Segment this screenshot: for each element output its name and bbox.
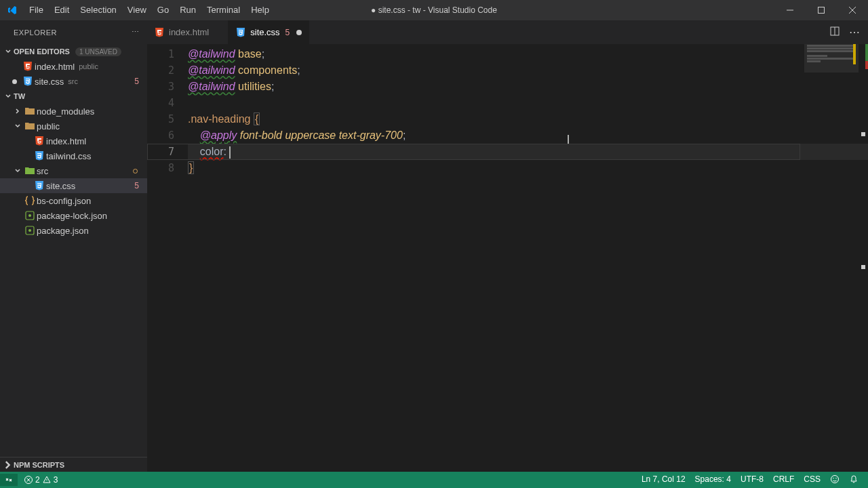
status-encoding[interactable]: UTF-8 xyxy=(741,474,764,486)
status-eol[interactable]: CRLF xyxy=(773,474,794,486)
open-editors-section[interactable]: OPEN EDITORS 1 UNSAVED xyxy=(0,44,147,59)
svg-point-9 xyxy=(835,477,836,478)
menu-terminal[interactable]: Terminal xyxy=(201,0,245,20)
open-editors-label: OPEN EDITORS xyxy=(14,47,70,56)
root-label: TW xyxy=(14,92,25,100)
editor-more-icon[interactable]: ⋯ xyxy=(849,26,860,39)
tree-item[interactable]: tailwind.css xyxy=(0,148,147,163)
main-menu: FileEditSelectionViewGoRunTerminalHelp xyxy=(24,0,275,20)
explorer-sidebar: EXPLORER ⋯ OPEN EDITORS 1 UNSAVED index.… xyxy=(0,20,147,472)
npm-scripts-label: NPM SCRIPTS xyxy=(14,461,64,469)
tree-item[interactable]: package.json xyxy=(0,223,147,238)
menu-selection[interactable]: Selection xyxy=(75,0,121,20)
menu-file[interactable]: File xyxy=(24,0,49,20)
menu-help[interactable]: Help xyxy=(245,0,275,20)
editor-tab[interactable]: site.css5 xyxy=(229,20,309,44)
title-bar: FileEditSelectionViewGoRunTerminalHelp ●… xyxy=(0,0,868,20)
menu-edit[interactable]: Edit xyxy=(49,0,75,20)
window-title: ● site.css - tw - Visual Studio Code xyxy=(371,5,497,15)
status-bar: 2 3 Ln 7, Col 12 Spaces: 4 UTF-8 CRLF CS… xyxy=(0,472,868,488)
tree-item[interactable]: src xyxy=(0,163,147,178)
open-editor-item[interactable]: site.csssrc5 xyxy=(0,74,147,89)
scrollbar[interactable] xyxy=(859,44,868,472)
tree-item[interactable]: package-lock.json xyxy=(0,208,147,223)
svg-rect-0 xyxy=(818,7,825,14)
tree-item[interactable]: index.html xyxy=(0,134,147,148)
svg-point-8 xyxy=(833,477,833,478)
svg-point-7 xyxy=(831,475,839,483)
status-spaces[interactable]: Spaces: 4 xyxy=(695,474,731,486)
svg-point-4 xyxy=(28,229,31,232)
menu-go[interactable]: Go xyxy=(152,0,174,20)
tree-item[interactable]: site.css5 xyxy=(0,178,147,193)
editor-tab[interactable]: index.html xyxy=(147,20,229,44)
vscode-logo-icon xyxy=(0,5,24,16)
status-bell-icon[interactable] xyxy=(849,474,859,486)
remote-button[interactable] xyxy=(0,474,18,486)
menu-view[interactable]: View xyxy=(122,0,152,20)
explorer-title: EXPLORER xyxy=(14,28,57,37)
tree-item[interactable]: node_modules xyxy=(0,104,147,119)
tree-item[interactable]: public xyxy=(0,119,147,134)
status-feedback-icon[interactable] xyxy=(830,474,840,486)
unsaved-badge: 1 UNSAVED xyxy=(75,47,121,56)
split-editor-icon[interactable] xyxy=(830,26,840,39)
window-controls xyxy=(774,0,868,20)
minimize-button[interactable] xyxy=(774,0,806,20)
tab-actions: ⋯ xyxy=(830,20,868,44)
svg-point-2 xyxy=(28,214,31,217)
npm-scripts-section[interactable]: NPM SCRIPTS xyxy=(0,457,147,472)
minimap[interactable] xyxy=(804,44,859,472)
status-language[interactable]: CSS xyxy=(804,474,821,486)
menu-run[interactable]: Run xyxy=(174,0,201,20)
open-editor-item[interactable]: index.htmlpublic xyxy=(0,59,147,74)
explorer-more-icon[interactable]: ⋯ xyxy=(132,28,140,37)
explorer-header: EXPLORER ⋯ xyxy=(0,20,147,44)
editor-area: index.htmlsite.css5 ⋯ 12345678 @tailwind… xyxy=(147,20,868,472)
maximize-button[interactable] xyxy=(806,0,837,20)
status-ln-col[interactable]: Ln 7, Col 12 xyxy=(642,474,686,486)
tree-item[interactable]: bs-config.json xyxy=(0,193,147,208)
problems-button[interactable]: 2 3 xyxy=(22,475,60,485)
project-root[interactable]: TW xyxy=(0,89,147,104)
close-button[interactable] xyxy=(837,0,868,20)
editor-tabs: index.htmlsite.css5 ⋯ xyxy=(147,20,868,44)
code-editor[interactable]: 12345678 @tailwind base;@tailwind compon… xyxy=(147,44,868,472)
